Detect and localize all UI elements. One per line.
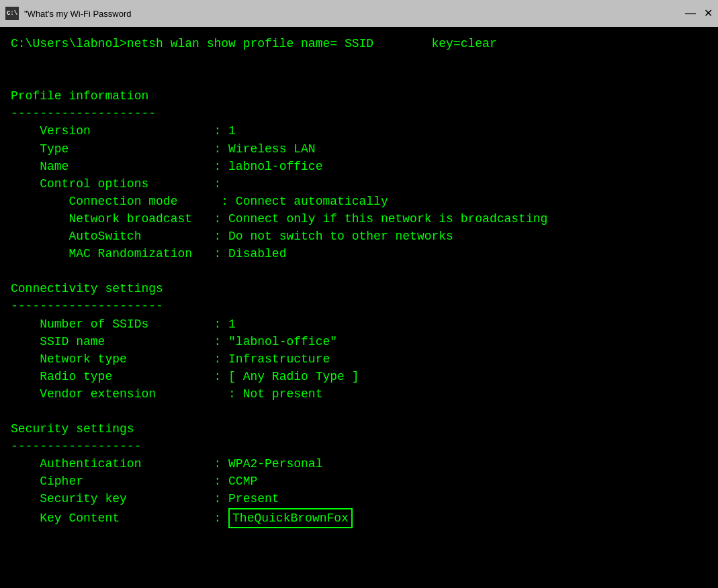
title-bar-left: C:\ "What's my Wi-Fi Password [5,7,132,20]
terminal-line: Authentication : WPA2-Personal [11,457,322,471]
close-button[interactable]: ✕ [704,8,713,19]
terminal-line: Connectivity settings [11,282,163,295]
terminal-line: SSID name : "labnol-office" [11,335,337,348]
terminal-line: Vendor extension : Not present [11,387,322,401]
terminal-line: Network type : Infrastructure [11,352,330,366]
terminal-line: MAC Randomization : Disabled [11,247,286,260]
terminal-line: Name : labnol-office [11,160,322,173]
terminal-line: Control options : [11,177,221,191]
terminal-body: C:\Users\labnol>netsh wlan show profile … [0,27,718,588]
app-icon-label: C:\ [7,10,17,17]
terminal-line: Network broadcast : Connect only if this… [11,212,547,226]
terminal-line: Type : Wireless LAN [11,142,316,156]
app-icon: C:\ [5,7,19,20]
title-bar-controls: — ✕ [685,8,713,19]
terminal-line: AutoSwitch : Do not switch to other netw… [11,230,453,243]
terminal-line: C:\Users\labnol>netsh wlan show profile … [11,37,497,50]
terminal-line: ------------------ [11,440,141,453]
terminal-line: Connection mode : Connect automatically [11,195,388,208]
terminal-line: Security settings [11,422,134,436]
terminal-line: Cipher : CCMP [11,475,257,488]
terminal-line: -------------------- [11,107,156,120]
minimize-button[interactable]: — [685,8,696,19]
terminal-line: Number of SSIDs : 1 [11,317,236,331]
key-content-label: Key Content : [11,511,228,525]
app-window: C:\ "What's my Wi-Fi Password — ✕ C:\Use… [0,0,718,588]
window-title: "What's my Wi-Fi Password [24,9,132,19]
terminal-content: C:\Users\labnol>netsh wlan show profile … [11,35,707,528]
key-content-value: TheQuickBrownFox [228,508,353,528]
terminal-line: Profile information [11,89,148,103]
terminal-line: Security key : Present [11,492,279,505]
terminal-line: Radio type : [ Any Radio Type ] [11,370,359,383]
title-bar: C:\ "What's my Wi-Fi Password — ✕ [0,0,718,27]
key-content-row: Key Content : TheQuickBrownFox [11,511,353,525]
terminal-line: Version : 1 [11,124,236,138]
terminal-line: --------------------- [11,299,163,313]
